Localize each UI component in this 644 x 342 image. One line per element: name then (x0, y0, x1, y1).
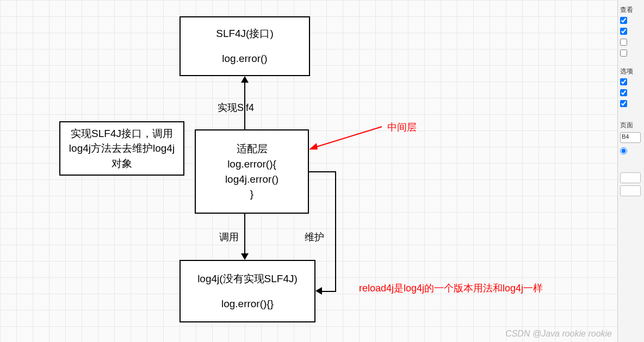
edge-loop-h1 (309, 171, 336, 172)
edge-down-arrowhead-icon (241, 253, 249, 260)
sidebar-cb-6[interactable] (620, 89, 627, 96)
sidebar-cb-2[interactable] (620, 28, 627, 35)
node-slf4j-sub: log.error() (222, 51, 267, 66)
sidebar-radio-1[interactable] (620, 147, 627, 154)
edge-up-label: 实现Slf4 (218, 101, 254, 114)
watermark-text: CSDN @Java rookie rookie (505, 329, 612, 339)
node-log4j[interactable]: log4j(没有实现SLF4J) log.error(){} (179, 260, 315, 322)
edge-loop-h2 (322, 291, 336, 292)
edge-down-label: 调用 (219, 231, 239, 244)
anno-reload-text: reload4j是log4j的一个版本用法和log4j一样 (359, 282, 543, 295)
node-slf4j[interactable]: SLF4J(接口) log.error() (179, 16, 310, 76)
node-impl[interactable]: 实现SLF4J接口，调用log4j方法去去维护log4j对象 (59, 121, 184, 176)
node-impl-text: 实现SLF4J接口，调用log4j方法去去维护log4j对象 (65, 126, 179, 171)
edge-loop-arrowhead-icon (315, 287, 322, 295)
node-adapter-l4: } (250, 186, 253, 202)
anno-mid-text: 中间层 (387, 121, 417, 134)
diagram-canvas[interactable]: SLF4J(接口) log.error() 实现SLF4J接口，调用log4j方… (0, 0, 617, 342)
edge-up-arrowhead-icon (241, 76, 249, 83)
node-adapter-l1: 适配层 (237, 141, 268, 157)
settings-sidebar: 查看 选项 页面 B4 (617, 0, 644, 342)
sidebar-cb-4[interactable] (620, 49, 627, 57)
node-adapter-l3: log4j.error() (225, 172, 278, 187)
edge-down-line (244, 214, 245, 253)
sidebar-section-view: 查看 (620, 5, 642, 15)
sidebar-page-size[interactable]: B4 (620, 132, 641, 143)
sidebar-cb-5[interactable] (620, 78, 627, 85)
sidebar-btn-2[interactable] (620, 185, 641, 196)
sidebar-cb-7[interactable] (620, 100, 627, 107)
svg-marker-1 (309, 143, 318, 150)
node-adapter[interactable]: 适配层 log.error(){ log4j.error() } (195, 129, 309, 214)
sidebar-section-page: 页面 (620, 121, 642, 130)
anno-mid-arrow-icon (306, 122, 393, 155)
sidebar-section-options: 选项 (620, 67, 642, 76)
node-log4j-sub: log.error(){} (221, 296, 274, 312)
sidebar-cb-1[interactable] (620, 17, 627, 24)
node-adapter-l2: log.error(){ (227, 157, 276, 172)
edge-loop-v (335, 171, 336, 291)
svg-line-0 (311, 127, 382, 148)
node-log4j-title: log4j(没有实现SLF4J) (197, 271, 298, 287)
sidebar-cb-3[interactable] (620, 39, 627, 46)
sidebar-btn-1[interactable] (620, 172, 641, 183)
node-slf4j-title: SLF4J(接口) (216, 26, 274, 41)
edge-loop-label: 维护 (305, 231, 324, 244)
edge-impl-adapter (184, 147, 195, 148)
